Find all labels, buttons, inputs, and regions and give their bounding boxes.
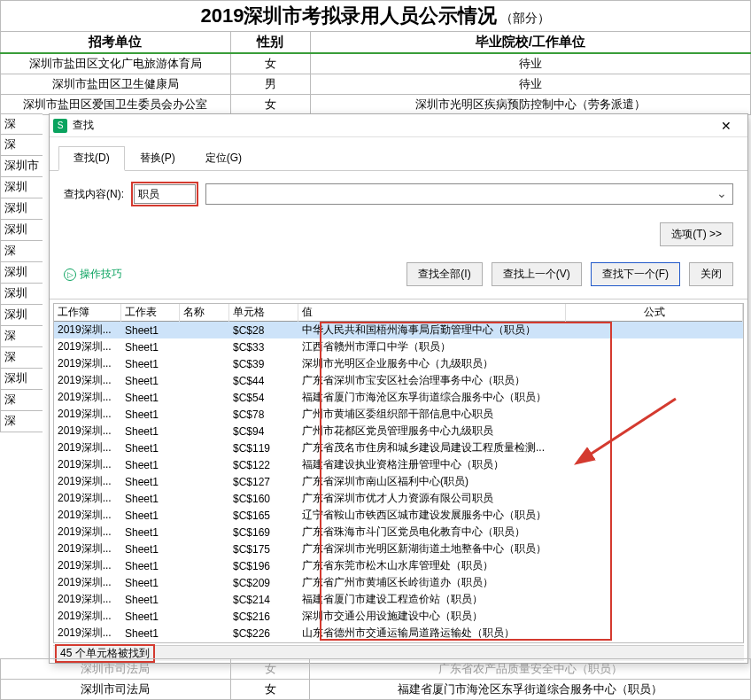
result-row[interactable]: 2019深圳...Sheet1$C$196广东省东莞市松木山水库管理处（职员） — [54, 557, 743, 574]
find-all-button[interactable]: 查找全部(I) — [406, 262, 482, 286]
col-header-gender: 性别 — [230, 32, 310, 54]
col-name[interactable]: 名称 — [180, 303, 229, 322]
hidden-cell: 深 — [0, 390, 43, 411]
col-header-school: 毕业院校/工作单位 — [310, 32, 750, 54]
col-header-unit: 招考单位 — [1, 32, 231, 54]
results-header: 工作簿 工作表 名称 单元格 值 公式 — [54, 304, 743, 322]
search-dropdown[interactable] — [205, 183, 733, 205]
tab-goto[interactable]: 定位(G) — [190, 146, 257, 170]
hidden-cell: 深圳 — [0, 305, 43, 326]
hidden-rows-peek: 深深深圳市深圳深圳深圳深深圳深圳深圳深深深圳深深 — [0, 113, 43, 432]
options-button[interactable]: 选项(T) >> — [660, 222, 733, 246]
result-row[interactable]: 2019深圳...Sheet1$C$216深圳市交通公用设施建设中心（职员） — [54, 608, 743, 625]
table-row[interactable]: 深圳市盐田区卫生健康局男待业 — [1, 74, 751, 95]
search-input[interactable] — [134, 184, 196, 204]
result-row[interactable]: 2019深圳...Sheet1$C$54福建省厦门市海沧区东孚街道综合服务中心（… — [54, 389, 743, 406]
table-row[interactable]: 深圳市司法局女福建省厦门市海沧区东孚街道综合服务中心（职员） — [1, 680, 751, 700]
spreadsheet: 2019深圳市考拟录用人员公示情况（部分） 招考单位 性别 毕业院校/工作单位 … — [0, 0, 751, 115]
col-cell[interactable]: 单元格 — [229, 303, 298, 322]
hidden-cell: 深 — [0, 113, 43, 135]
hidden-cell: 深 — [0, 411, 43, 432]
result-row[interactable]: 2019深圳...Sheet1$C$33江西省赣州市潭口中学（职员） — [54, 338, 743, 355]
hidden-cell: 深圳 — [0, 198, 43, 220]
close-icon[interactable]: ✕ — [708, 115, 744, 136]
hidden-cell: 深圳 — [0, 369, 43, 390]
result-row[interactable]: 2019深圳...Sheet1$C$209广东省广州市黄埔区长岭街道办（职员） — [54, 574, 743, 591]
result-row[interactable]: 2019深圳...Sheet1$C$28中华人民共和国梧州海事局后勤管理中心（职… — [54, 322, 743, 338]
bottom-sheet-rows: 深圳市司法局女广东省农产品质量安全中心（职员） 深圳市司法局女福建省厦门市海沧区… — [0, 658, 751, 700]
result-row[interactable]: 2019深圳...Sheet1$C$122福建省建设执业资格注册管理中心（职员） — [54, 456, 743, 473]
app-icon: S — [53, 119, 67, 133]
find-dialog: S 查找 ✕ 查找(D) 替换(P) 定位(G) 查找内容(N): 选项(T) … — [49, 113, 748, 664]
results-list[interactable]: 2019深圳...Sheet1$C$28中华人民共和国梧州海事局后勤管理中心（职… — [54, 322, 743, 642]
result-row[interactable]: 2019深圳...Sheet1$C$39深圳市光明区企业服务中心（九级职员） — [54, 355, 743, 372]
sheet-title: 2019深圳市考拟录用人员公示情况（部分） — [1, 1, 751, 32]
result-row[interactable]: 2019深圳...Sheet1$C$127广东省深圳市南山区福利中心(职员) — [54, 473, 743, 490]
find-next-button[interactable]: 查找下一个(F) — [591, 262, 680, 286]
hidden-cell: 深 — [0, 347, 43, 369]
result-row[interactable]: 2019深圳...Sheet1$C$160广东省深圳市优才人力资源有限公司职员 — [54, 490, 743, 507]
result-row[interactable]: 2019深圳...Sheet1$C$78广州市黄埔区委组织部干部信息中心职员 — [54, 406, 743, 423]
col-workbook[interactable]: 工作簿 — [54, 303, 121, 322]
result-row[interactable]: 2019深圳...Sheet1$C$214福建省厦门市建设工程造价站（职员） — [54, 591, 743, 608]
tips-link[interactable]: ▷ 操作技巧 — [64, 267, 122, 282]
result-row[interactable]: 2019深圳...Sheet1$C$94广州市花都区党员管理服务中心九级职员 — [54, 423, 743, 439]
result-row[interactable]: 2019深圳...Sheet1$C$119广东省茂名市住房和城乡建设局建设工程质… — [54, 439, 743, 456]
table-row[interactable]: 深圳市盐田区爱国卫生委员会办公室女深圳市光明区疾病预防控制中心（劳务派遣） — [1, 95, 751, 115]
hidden-cell: 深 — [0, 135, 43, 156]
table-row[interactable]: 深圳市盐田区文化广电旅游体育局女待业 — [1, 53, 751, 74]
hidden-cell: 深圳 — [0, 177, 43, 198]
dialog-tabs: 查找(D) 替换(P) 定位(G) — [50, 137, 747, 171]
result-row[interactable]: 2019深圳...Sheet1$C$165辽宁省鞍山市铁西区城市建设发展服务中心… — [54, 507, 743, 524]
col-worksheet[interactable]: 工作表 — [121, 303, 180, 322]
result-row[interactable]: 2019深圳...Sheet1$C$44广东省深圳市宝安区社会治理事务中心（职员… — [54, 372, 743, 389]
tab-replace[interactable]: 替换(P) — [125, 146, 190, 170]
dialog-title: 查找 — [73, 118, 708, 133]
hidden-cell: 深圳 — [0, 284, 43, 305]
result-row[interactable]: 2019深圳...Sheet1$C$227江苏省苏州市运输管理处（职员） — [54, 642, 743, 642]
results-panel: 工作簿 工作表 名称 单元格 值 公式 2019深圳...Sheet1$C$28… — [53, 303, 744, 643]
search-label: 查找内容(N): — [64, 187, 124, 202]
dialog-titlebar[interactable]: S 查找 ✕ — [50, 114, 747, 137]
hidden-cell: 深圳 — [0, 262, 43, 284]
table-row[interactable]: 深圳市司法局女广东省农产品质量安全中心（职员） — [1, 659, 751, 680]
col-value[interactable]: 值 — [298, 303, 566, 322]
play-icon: ▷ — [64, 268, 76, 281]
result-row[interactable]: 2019深圳...Sheet1$C$169广东省珠海市斗门区党员电化教育中心（职… — [54, 524, 743, 541]
hidden-cell: 深 — [0, 241, 43, 262]
result-row[interactable]: 2019深圳...Sheet1$C$175广东省深圳市光明区新湖街道土地整备中心… — [54, 541, 743, 557]
hidden-cell: 深圳市 — [0, 156, 43, 177]
close-button[interactable]: 关闭 — [689, 262, 733, 286]
col-formula[interactable]: 公式 — [566, 303, 743, 322]
hidden-cell: 深 — [0, 326, 43, 347]
hidden-cell: 深圳 — [0, 220, 43, 241]
find-prev-button[interactable]: 查找上一个(V) — [492, 262, 582, 286]
result-row[interactable]: 2019深圳...Sheet1$C$226山东省德州市交通运输局道路运输处（职员… — [54, 625, 743, 642]
tab-find[interactable]: 查找(D) — [58, 146, 125, 171]
